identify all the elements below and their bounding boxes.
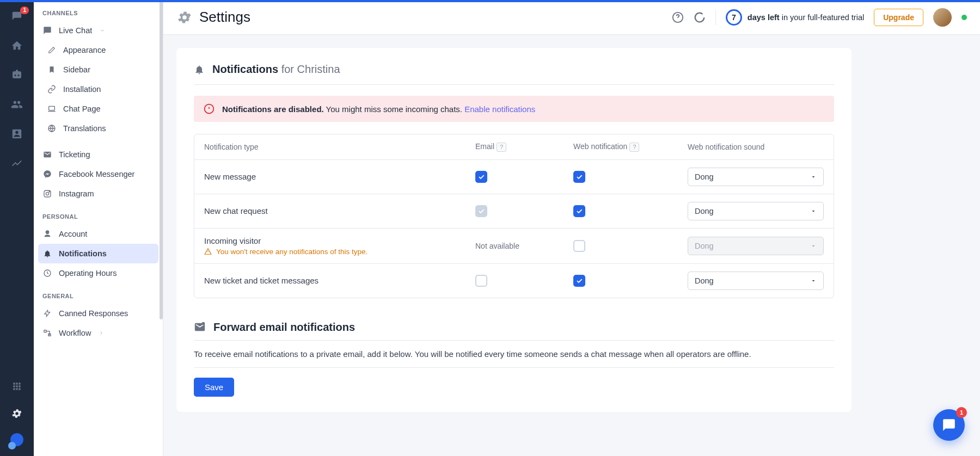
mail-icon [42,150,52,159]
rail-contacts[interactable] [9,126,24,141]
nav-rail: 1 [0,0,34,456]
sidebar-chat-page[interactable]: Chat Page [34,99,163,119]
col-web: Web notification [573,142,627,151]
settings-sidebar: CHANNELS Live Chat Appearance Sidebar In… [34,0,163,456]
sidebar-instagram[interactable]: Instagram [34,184,163,204]
col-type: Notification type [204,143,475,151]
bell-icon [194,64,205,75]
sidebar-header-channels: CHANNELS [34,0,163,21]
row-label: New ticket and ticket messages [204,276,475,285]
rail-home[interactable] [9,38,24,53]
page-title: Settings [199,9,250,26]
workflow-icon [42,328,52,338]
col-sound: Web notification sound [688,143,824,151]
topbar: Settings 7 days left in your full-featur… [163,0,980,35]
sidebar-item-label: Chat Page [63,104,101,113]
disabled-alert: Notifications are disabled. You might mi… [194,96,834,122]
notification-table: Notification type Email? Web notificatio… [194,134,834,298]
sidebar-item-label: Facebook Messenger [59,170,134,178]
email-checkbox[interactable] [475,171,487,183]
help-icon[interactable] [672,11,684,23]
sidebar-installation[interactable]: Installation [34,79,163,99]
rail-logo[interactable] [9,433,24,448]
trial-label-bold: days left [748,13,780,22]
web-checkbox[interactable] [573,275,585,287]
bookmark-icon [47,65,57,75]
sidebar-item-label: Translations [63,124,106,133]
sidebar-canned[interactable]: Canned Responses [34,304,163,323]
rail-apps[interactable] [9,379,24,394]
sidebar-header-general: GENERAL [34,283,163,304]
upgrade-button[interactable]: Upgrade [874,9,923,26]
table-row: New chat requestDong [194,194,834,229]
chevron-down-icon [100,28,105,33]
laptop-icon [47,104,57,114]
col-email: Email [475,142,494,151]
table-row: New messageDong [194,160,834,194]
sidebar-item-label: Installation [63,85,101,94]
sidebar-item-label: Live Chat [59,26,92,35]
chat-fab[interactable]: 1 [933,409,965,441]
sidebar-item-label: Sidebar [63,65,90,74]
sidebar-account[interactable]: Account [34,224,163,244]
section-heading-sub: for Christina [281,63,340,75]
svg-rect-6 [44,330,46,332]
enable-notifications-link[interactable]: Enable notifications [464,104,535,114]
gear-icon [176,9,193,26]
sidebar-translations[interactable]: Translations [34,119,163,138]
sidebar-fb-messenger[interactable]: Facebook Messenger [34,164,163,184]
sidebar-sidebar[interactable]: Sidebar [34,60,163,79]
avatar[interactable] [933,8,952,27]
alert-rest: You might miss some incoming chats. [324,104,464,114]
svg-point-10 [202,322,205,325]
sidebar-scrollbar[interactable] [160,0,163,319]
instagram-icon [42,189,52,199]
table-row: New ticket and ticket messagesDong [194,264,834,298]
sidebar-item-label: Notifications [59,249,107,258]
sidebar-notifications[interactable]: Notifications [38,244,158,263]
sidebar-item-label: Instagram [59,189,94,198]
table-row: Incoming visitorYou won't receive any no… [194,229,834,264]
clock-icon [42,268,52,278]
sidebar-ticketing[interactable]: Ticketing [34,145,163,164]
rail-bot[interactable] [9,67,24,83]
svg-rect-0 [49,106,55,110]
chat-icon [42,26,52,35]
help-icon[interactable]: ? [629,143,639,152]
section-heading: Notifications [212,63,278,75]
rail-settings[interactable] [9,406,24,421]
sound-select[interactable]: Dong [688,202,824,220]
refresh-icon[interactable] [694,11,706,23]
trial-label-rest: in your full-featured trial [780,13,865,22]
sidebar-live-chat[interactable]: Live Chat [34,21,163,40]
lightning-icon [42,309,52,318]
sound-select[interactable]: Dong [688,272,824,290]
sidebar-workflow[interactable]: Workflow [34,323,163,343]
save-button[interactable]: Save [194,378,234,397]
rail-visitors[interactable] [9,97,24,112]
trial-days-badge: 7 [726,9,742,26]
bell-icon [42,249,52,258]
sidebar-item-label: Operating Hours [59,269,117,278]
sidebar-item-label: Canned Responses [59,309,128,318]
sound-select[interactable]: Dong [688,237,824,255]
alert-bold: Notifications are disabled. [222,104,324,114]
sidebar-header-personal: PERSONAL [34,204,163,224]
sidebar-appearance[interactable]: Appearance [34,40,163,60]
sound-select[interactable]: Dong [688,168,824,186]
email-checkbox[interactable] [475,205,487,217]
row-label: New chat request [204,206,475,215]
help-icon[interactable]: ? [497,143,506,152]
row-warning: You won't receive any notifications of t… [204,248,475,256]
rail-analytics[interactable] [9,156,24,171]
rail-inbox[interactable]: 1 [9,9,24,24]
fab-badge: 1 [956,407,967,418]
web-checkbox[interactable] [573,240,585,252]
row-label: New message [204,172,475,181]
sidebar-operating-hours[interactable]: Operating Hours [34,263,163,283]
web-checkbox[interactable] [573,171,585,183]
svg-point-3 [46,192,48,195]
email-checkbox[interactable] [475,275,487,287]
forward-heading: Forward email notifications [213,321,355,334]
web-checkbox[interactable] [573,205,585,217]
